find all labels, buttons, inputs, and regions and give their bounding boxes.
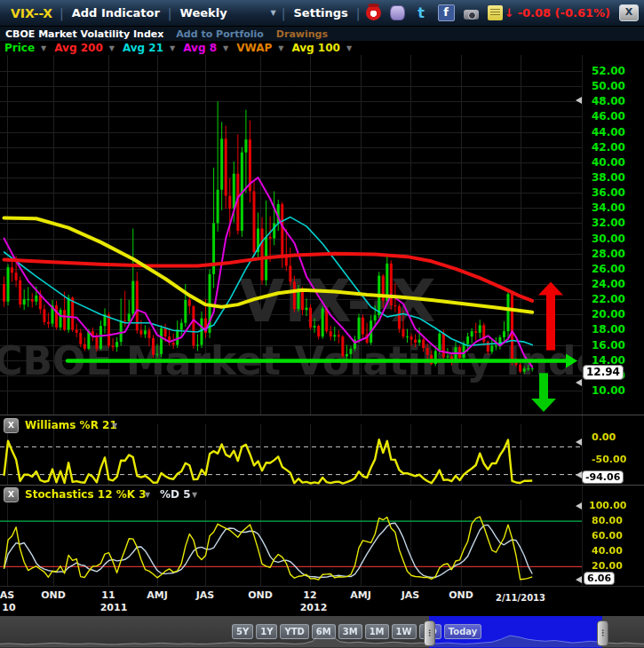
time-axis-label: AMJ	[147, 589, 168, 601]
legend-vwap[interactable]: VWAP	[236, 42, 272, 54]
legend-avg21[interactable]: Avg 21	[123, 42, 163, 54]
price-tick-label: 30.00	[592, 233, 625, 245]
marker-triangle-icon	[576, 379, 582, 386]
range-buttons: 5Y1YYTD6M3M1M1W1DToday	[232, 624, 481, 639]
legend-avg100[interactable]: Avg 100	[291, 42, 340, 54]
settings-button[interactable]: Settings	[285, 6, 355, 20]
time-axis-label: AS	[0, 589, 14, 601]
close-icon[interactable]: X	[4, 418, 19, 433]
chevron-down-icon[interactable]: ▼	[167, 44, 179, 52]
charting-app: VIX--X | Add Indicator | Weekly ▼ | Sett…	[0, 0, 644, 648]
price-tick-label: 10.00	[592, 384, 625, 397]
stochastics-d-title[interactable]: %D 5	[160, 488, 191, 501]
marker-triangle-icon	[576, 439, 582, 446]
time-axis-label: 2/11/2013	[496, 593, 545, 603]
legend-price[interactable]: Price	[4, 42, 35, 54]
price-tick-label: 48.00	[592, 95, 625, 107]
close-icon[interactable]: X	[4, 487, 19, 502]
range-handle-left[interactable]: ⋮	[424, 620, 435, 646]
time-axis-label: 10	[2, 602, 15, 613]
time-axis-label: JAS	[402, 589, 420, 601]
time-axis-label: AMJ	[350, 589, 371, 601]
add-indicator-button[interactable]: Add Indicator	[64, 6, 168, 20]
williams-tick-0: 0.00	[592, 431, 616, 443]
price-tick-label: 44.00	[592, 126, 625, 138]
price-tick-label: 22.00	[592, 293, 625, 305]
price-tick-label: 16.00	[592, 339, 625, 352]
time-axis-label: 11	[101, 589, 115, 601]
alarm-icon[interactable]	[366, 5, 381, 20]
price-tick-label: 26.00	[592, 263, 625, 275]
stochastics-panel-title[interactable]: Stochastics 12 %K 3	[25, 488, 147, 501]
range-button-1w[interactable]: 1W	[392, 624, 417, 639]
panel-divider[interactable]	[0, 485, 644, 486]
range-button-1y[interactable]: 1Y	[256, 624, 277, 639]
marker-triangle-icon	[576, 97, 582, 104]
stoch-tick-40: 40.00	[592, 545, 623, 557]
facebook-icon[interactable]: f	[438, 4, 455, 21]
range-handle-right[interactable]: ⋮	[597, 620, 608, 646]
chevron-down-icon[interactable]: ▼	[220, 44, 233, 52]
legend-avg200[interactable]: Avg 200	[54, 42, 103, 54]
price-chart-canvas[interactable]	[0, 55, 582, 415]
range-button-1m[interactable]: 1M	[365, 624, 389, 639]
price-tick-label: 36.00	[592, 186, 625, 199]
chevron-down-icon[interactable]: ▼	[38, 44, 51, 52]
price-tick-label: 24.00	[592, 278, 625, 290]
notes-icon[interactable]	[488, 5, 503, 20]
stoch-tick-80: 80.00	[592, 515, 623, 526]
chevron-down-icon[interactable]: ▼	[235, 9, 282, 17]
symbol-full-name: CBOE Market Volatility Index	[5, 28, 163, 40]
price-tick-label: 18.00	[592, 323, 625, 336]
chevron-down-icon[interactable]: ▼	[107, 44, 119, 52]
price-tick-label: 20.00	[592, 308, 625, 320]
period-dropdown[interactable]: Weekly	[172, 6, 235, 20]
panel-divider[interactable]	[0, 415, 644, 415]
stoch-tick-20: 20.00	[592, 560, 623, 572]
price-change: ↓ -0.08 (-0.61%)	[505, 6, 610, 20]
change-value: -0.08 (-0.61%)	[518, 6, 610, 20]
plot-legend: Price▼ Avg 200▼ Avg 21▼ Avg 8▼ VWAP▼ Avg…	[0, 41, 644, 55]
price-tick-label: 42.00	[592, 141, 625, 154]
toolbar-icons: t f	[366, 4, 503, 21]
time-axis-label: OND	[449, 589, 473, 601]
symbol-subheader: CBOE Market Volatility Index Add to Port…	[0, 27, 644, 41]
time-axis-label: 12	[303, 589, 316, 601]
range-button-3m[interactable]: 3M	[338, 624, 362, 639]
down-arrow-icon: ↓	[505, 6, 514, 20]
chevron-down-icon[interactable]: ▼	[344, 44, 356, 52]
price-tick-label: 28.00	[592, 248, 625, 260]
chevron-down-icon[interactable]: ▼	[145, 491, 150, 499]
chevron-down-icon[interactable]: ▼	[112, 422, 117, 430]
drawings-link[interactable]: Drawings	[276, 28, 328, 40]
time-axis-label: 2012	[300, 602, 328, 613]
marker-triangle-icon	[576, 502, 582, 510]
williams-panel-title[interactable]: Williams %R 21	[25, 419, 117, 431]
price-tick-label: 40.00	[592, 156, 625, 169]
database-icon[interactable]	[390, 5, 405, 20]
close-icon[interactable]: X	[619, 4, 639, 21]
symbol-label[interactable]: VIX--X	[4, 6, 60, 20]
chevron-down-icon[interactable]: ▼	[275, 44, 288, 52]
twitter-icon[interactable]: t	[414, 5, 429, 20]
price-tick-label: 46.00	[592, 110, 625, 122]
time-axis-label: OND	[41, 589, 66, 601]
williams-tick-50: -50.00	[592, 454, 626, 465]
chevron-down-icon[interactable]: ▼	[192, 491, 197, 499]
time-axis: ASOND11AMJJASOND12AMJJASOND10201120122/1…	[0, 586, 644, 616]
price-tick-label: 52.00	[592, 65, 625, 77]
price-tick-label: 34.00	[592, 202, 625, 214]
range-button-5y[interactable]: 5Y	[232, 624, 253, 639]
legend-avg8[interactable]: Avg 8	[183, 42, 217, 54]
add-to-portfolio-link[interactable]: Add to Portfolio	[176, 28, 263, 40]
range-button-ytd[interactable]: YTD	[280, 624, 308, 639]
range-button-6m[interactable]: 6M	[312, 624, 336, 639]
camera-icon[interactable]	[464, 10, 479, 20]
price-tick-label: 32.00	[592, 217, 625, 229]
stoch-current-value: 6.06	[584, 572, 615, 585]
time-axis-label: 2011	[100, 602, 128, 613]
range-button-today[interactable]: Today	[444, 624, 481, 639]
time-axis-label: OND	[248, 589, 273, 601]
price-tick-label: 50.00	[592, 80, 625, 92]
main-toolbar: VIX--X | Add Indicator | Weekly ▼ | Sett…	[0, 0, 644, 27]
